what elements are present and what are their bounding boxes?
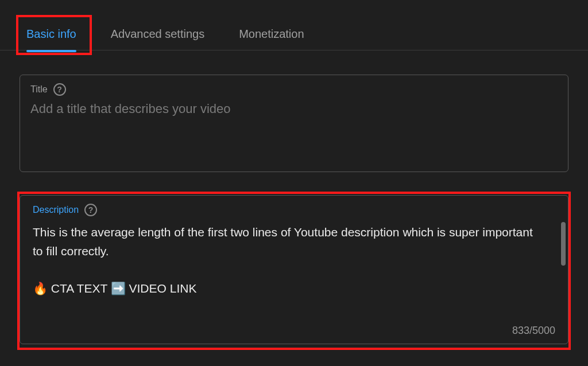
description-label: Description <box>33 205 79 215</box>
description-char-counter: 833/5000 <box>512 325 555 337</box>
description-help-icon[interactable]: ? <box>84 204 97 216</box>
title-help-icon[interactable]: ? <box>53 83 66 96</box>
title-input[interactable] <box>30 102 558 116</box>
description-textarea[interactable]: This is the average length of the first … <box>33 223 535 298</box>
tab-advanced-settings[interactable]: Advanced settings <box>110 25 206 43</box>
title-field[interactable]: Title ? <box>20 75 568 172</box>
tab-monetization[interactable]: Monetization <box>238 25 305 43</box>
tab-basic-info[interactable]: Basic info <box>25 25 78 43</box>
tabs: Basic info Advanced settings Monetizatio… <box>0 17 588 50</box>
title-label: Title <box>30 84 48 95</box>
description-scrollbar-thumb[interactable] <box>561 222 566 266</box>
description-field[interactable]: Description ? This is the average length… <box>20 195 568 344</box>
